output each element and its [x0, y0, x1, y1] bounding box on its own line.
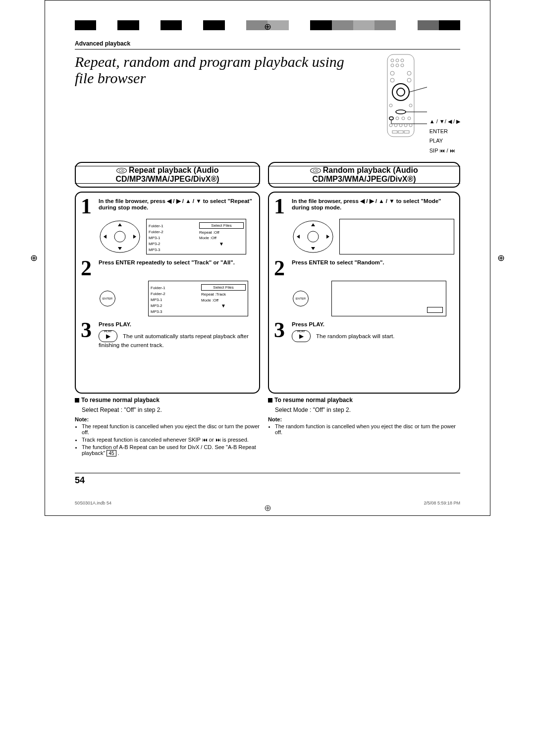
svg-line-13 — [409, 87, 427, 92]
svg-point-7 — [390, 71, 394, 75]
screen-illustration-2: Folder-1 Folder-2 MP3-1 MP3-2 MP3-3 Sele… — [148, 281, 248, 316]
registration-mark-right: ⊕ — [497, 252, 505, 263]
remote-label-enter: ENTER — [429, 127, 460, 137]
svg-point-5 — [396, 64, 399, 67]
repeat-steps: 1 In the ﬁle browser, press ◀ / ▶ / ▲ / … — [75, 192, 260, 394]
remote-label-skip: SIP ⏮ / ⏭ — [429, 146, 460, 156]
svg-marker-43 — [326, 235, 329, 239]
svg-point-27 — [404, 124, 407, 127]
svg-marker-40 — [311, 223, 315, 226]
step-number-2: 2 — [81, 259, 96, 277]
repeat-step2-text: Press ENTER repeatedly to select "Track"… — [99, 259, 254, 277]
svg-rect-18 — [389, 117, 393, 120]
svg-point-19 — [396, 117, 399, 120]
registration-mark-top: ⊕ — [263, 21, 272, 31]
random-step2-text: Press ENTER to select "Random". — [292, 259, 454, 277]
svg-point-10 — [407, 78, 411, 82]
svg-point-24 — [389, 124, 392, 127]
registration-mark-bottom: ⊕ — [263, 503, 272, 512]
svg-point-2 — [396, 59, 399, 62]
dpad-icon — [98, 219, 142, 254]
repeat-step1-text: In the ﬁle browser, press ◀ / ▶ / ▲ / ▼ … — [99, 198, 254, 215]
play-button-icon: ▶ — [292, 330, 311, 342]
remote-illustration — [383, 53, 428, 138]
remote-label-play: PLAY — [429, 136, 460, 146]
svg-point-21 — [408, 117, 411, 120]
svg-point-1 — [391, 59, 394, 62]
random-notes: The random function is cancelled when yo… — [275, 423, 460, 435]
repeat-step3-head: Press PLAY. — [99, 321, 254, 327]
repeat-heading-text: Repeat playback (Audio CD/MP3/WMA/JPEG/D… — [115, 166, 219, 183]
repeat-resume-body: Select Repeat : "Off" in step 2. — [82, 406, 260, 413]
section-header: Advanced playback — [75, 40, 460, 47]
header-rule — [75, 49, 460, 50]
svg-rect-30 — [398, 131, 403, 133]
repeat-notes: The repeat function is cancelled when yo… — [82, 423, 260, 456]
repeat-resume-head: To resume normal playback — [81, 397, 160, 403]
svg-point-6 — [401, 64, 404, 67]
step-number-1: 1 — [274, 198, 289, 215]
page-ref-box: 45 — [107, 450, 116, 456]
footer-file: 50S0301A.indb 54 — [75, 501, 111, 505]
svg-point-16 — [396, 110, 406, 114]
down-arrow-icon: ▼ — [201, 303, 246, 308]
svg-marker-36 — [104, 235, 107, 239]
svg-point-14 — [389, 104, 392, 107]
svg-marker-37 — [133, 235, 136, 239]
svg-marker-42 — [297, 235, 300, 239]
svg-point-11 — [392, 84, 409, 101]
manual-page: ⊕ ⊕ ⊕ Advanced playback Repeat, random a… — [45, 0, 490, 516]
screen-illustration-1: Folder-1 Folder-2 MP3-1 MP3-2 MP3-3 Sele… — [146, 219, 246, 254]
enter-button-icon: ENTER — [293, 291, 309, 306]
page-number: 54 — [75, 473, 460, 486]
step-number-2: 2 — [274, 259, 289, 277]
down-arrow-icon: ▼ — [199, 241, 244, 247]
random-step3-body: The random playback will start. — [316, 333, 395, 339]
print-footer: 50S0301A.indb 54 ⊕ 2/5/08 5:59:18 PM — [75, 501, 460, 505]
random-column: CDRandom playback (Audio CD/MP3/WMA/JPEG… — [268, 162, 460, 458]
footer-timestamp: 2/5/08 5:59:18 PM — [424, 501, 460, 505]
step-number-1: 1 — [81, 198, 96, 215]
svg-rect-31 — [404, 131, 409, 133]
note-item: Track repeat function is canceled whenev… — [82, 437, 249, 443]
svg-point-28 — [409, 124, 412, 127]
repeat-step3-body: The unit automatically starts repeat pla… — [99, 333, 249, 348]
square-bullet-icon — [75, 398, 79, 403]
note-heading: Note: — [268, 416, 460, 422]
svg-point-39 — [308, 231, 319, 242]
random-resume-head: To resume normal playback — [274, 397, 353, 403]
random-heading-text: Random playback (Audio CD/MP3/WMA/JPEG/D… — [312, 166, 418, 183]
cd-icon: CD — [116, 168, 127, 173]
random-resume-body: Select Mode : "Off" in step 2. — [275, 406, 460, 413]
remote-figure: ▲ / ▼/ ◀ / ▶ ENTER PLAY SIP ⏮ / ⏭ — [361, 53, 460, 156]
note-heading: Note: — [75, 416, 260, 422]
dpad-icon — [291, 219, 335, 254]
registration-mark-left: ⊕ — [30, 252, 38, 263]
svg-point-8 — [407, 71, 411, 75]
step-number-3: 3 — [274, 321, 289, 342]
svg-point-3 — [401, 59, 404, 62]
remote-label-arrows: ▲ / ▼/ ◀ / ▶ — [429, 117, 460, 127]
svg-point-33 — [114, 231, 125, 242]
svg-point-20 — [402, 117, 405, 120]
svg-point-26 — [399, 124, 402, 127]
random-heading: CDRandom playback (Audio CD/MP3/WMA/JPEG… — [268, 162, 460, 188]
random-steps: 1 In the ﬁle browser, press ◀ / ▶ / ▲ / … — [268, 192, 460, 394]
svg-marker-41 — [311, 247, 315, 250]
step-number-3: 3 — [81, 321, 96, 348]
svg-point-9 — [390, 78, 394, 82]
svg-marker-34 — [118, 223, 122, 226]
svg-rect-29 — [392, 131, 397, 133]
square-bullet-icon — [268, 398, 272, 403]
cd-icon: CD — [310, 168, 321, 173]
note-item: The random function is cancelled when yo… — [275, 423, 460, 435]
svg-point-4 — [391, 64, 394, 67]
random-step1-text: In the ﬁle browser, press ◀ / ▶ / ▲ / ▼ … — [292, 198, 454, 215]
svg-marker-35 — [118, 247, 122, 250]
svg-point-25 — [394, 124, 397, 127]
svg-point-12 — [397, 88, 405, 96]
screen-illustration-4 — [331, 281, 446, 316]
enter-button-icon: ENTER — [100, 291, 115, 306]
page-title: Repeat, random and program playback usin… — [75, 53, 346, 86]
play-button-icon: ▶ — [99, 330, 117, 342]
